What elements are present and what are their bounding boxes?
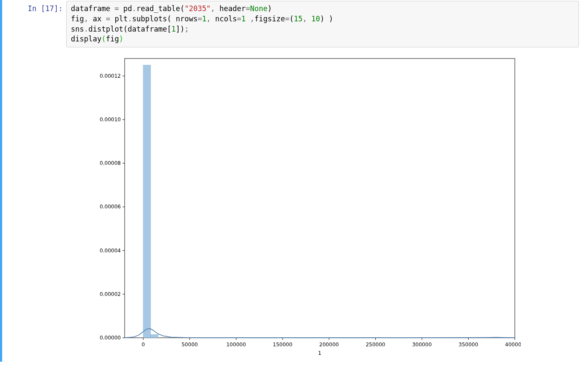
- svg-text:0.00004: 0.00004: [99, 248, 121, 254]
- notebook: In [17]: dataframe = pd.read_table("2035…: [0, 0, 584, 392]
- code-input[interactable]: dataframe = pd.read_table("2035", header…: [66, 1, 579, 47]
- input-prompt: In [17]:: [28, 4, 63, 13]
- svg-text:200000: 200000: [319, 342, 339, 348]
- svg-text:0.00000: 0.00000: [99, 335, 121, 341]
- code-cell[interactable]: In [17]: dataframe = pd.read_table("2035…: [0, 0, 584, 362]
- distplot-svg: 0.000000.000020.000040.000060.000080.000…: [90, 53, 521, 360]
- svg-text:350000: 350000: [458, 342, 478, 348]
- svg-text:100000: 100000: [226, 342, 246, 348]
- svg-rect-35: [151, 335, 158, 338]
- svg-text:50000: 50000: [181, 342, 198, 348]
- svg-text:400000: 400000: [505, 342, 521, 348]
- svg-text:250000: 250000: [366, 342, 385, 348]
- svg-text:0.00002: 0.00002: [99, 291, 121, 297]
- svg-rect-0: [125, 59, 515, 338]
- cell-content-column: dataframe = pd.read_table("2035", header…: [66, 1, 584, 360]
- chart-figure: 0.000000.000020.000040.000060.000080.000…: [90, 53, 521, 360]
- output-area: 0.000000.000020.000040.000060.000080.000…: [66, 53, 579, 360]
- input-prompt-column: In [17]:: [2, 1, 66, 360]
- svg-text:300000: 300000: [412, 342, 432, 348]
- svg-text:150000: 150000: [273, 342, 292, 348]
- svg-text:0: 0: [142, 342, 145, 348]
- svg-rect-34: [143, 65, 151, 338]
- svg-text:0.00010: 0.00010: [99, 117, 121, 123]
- svg-text:0.00006: 0.00006: [99, 204, 121, 210]
- svg-text:0.00012: 0.00012: [99, 73, 121, 79]
- svg-text:1: 1: [318, 350, 321, 356]
- svg-text:0.00008: 0.00008: [99, 160, 121, 166]
